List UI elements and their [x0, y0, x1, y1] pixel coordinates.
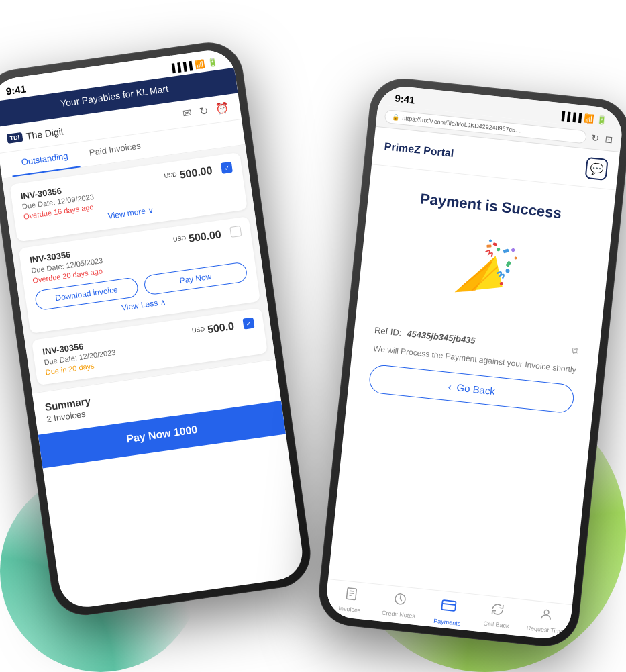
phone-right: 9:41 ▐▐▐▐ 📶 🔋 🔒 https://mxfy.com/file/fi… [315, 75, 626, 650]
celebration-svg [439, 231, 528, 320]
invoice-1-currency: USD [164, 171, 177, 179]
invoice-3-value: 500.0 [207, 320, 235, 336]
payments-nav-icon [439, 597, 458, 618]
callback-nav-icon [490, 602, 505, 620]
ref-label: Ref ID: [374, 325, 402, 338]
chat-icon[interactable]: 💬 [585, 157, 609, 181]
invoice-list: INV-30356 Due Date: 12/09/2023 Overdue 1… [2, 145, 275, 393]
battery-icon-r: 🔋 [596, 115, 607, 125]
nav-credit-notes[interactable]: Credit Notes [374, 590, 425, 623]
invoice-2-checkbox[interactable] [229, 226, 242, 238]
time-right: 9:41 [395, 92, 416, 105]
signal-icon-r: ▐▐▐▐ [558, 111, 582, 122]
invoice-2-amount: USD 500.00 [172, 228, 222, 247]
invoice-2-info: INV-30356 Due Date: 12/05/2023 Overdue 2… [29, 245, 105, 285]
clock-icon[interactable]: ⏰ [215, 101, 229, 116]
wifi-icon: 📶 [194, 58, 205, 69]
brand-logo: TDi The Digit [7, 126, 64, 144]
svg-rect-5 [492, 242, 497, 246]
svg-rect-4 [503, 249, 509, 254]
go-back-label: Go Back [456, 381, 496, 397]
copy-icon[interactable]: ⧉ [572, 345, 580, 357]
battery-icon: 🔋 [207, 57, 218, 68]
svg-point-11 [514, 256, 517, 259]
time-left: 9:41 [5, 83, 27, 97]
nav-payments-label: Payments [433, 618, 461, 627]
success-content: Payment is Success [328, 164, 616, 604]
phone-screen-left: 9:41 ▐▐▐▐ 📶 🔋 Your Payables for KL Mart … [0, 47, 306, 610]
sync-icon[interactable]: ↻ [199, 104, 209, 118]
phone-frame-left: 9:41 ▐▐▐▐ 📶 🔋 Your Payables for KL Mart … [0, 38, 315, 620]
phone-screen-right: 9:41 ▐▐▐▐ 📶 🔋 🔒 https://mxfy.com/file/fi… [324, 84, 624, 641]
nav-invoices[interactable]: Invoices [325, 585, 376, 618]
svg-line-20 [442, 604, 456, 605]
svg-rect-14 [346, 588, 356, 600]
svg-rect-8 [511, 248, 515, 252]
svg-point-21 [544, 610, 549, 614]
credit-notes-nav-icon [393, 591, 408, 610]
invoice-3-amount-area: USD 500.0 ✓ [191, 318, 255, 338]
phone-left: 9:41 ▐▐▐▐ 📶 🔋 Your Payables for KL Mart … [0, 38, 315, 620]
status-icons-right: ▐▐▐▐ 📶 🔋 [558, 111, 607, 125]
nav-invoices-label: Invoices [338, 605, 361, 614]
svg-rect-6 [505, 260, 511, 267]
invoice-1-amount-area: USD 500.00 ✓ [164, 162, 233, 183]
go-back-btn[interactable]: ‹ Go Back [368, 364, 575, 414]
invoices-nav-icon [344, 587, 359, 605]
signal-icon: ▐▐▐▐ [169, 60, 193, 73]
nav-request-time-label: Request Time [526, 624, 564, 635]
svg-point-9 [505, 269, 510, 273]
invoice-2-amount-area: USD 500.00 [172, 226, 242, 247]
request-time-nav-icon [539, 607, 554, 625]
invoice-3-currency: USD [191, 326, 205, 334]
brand-tdi-badge: TDi [7, 132, 23, 143]
lock-icon: 🔒 [392, 113, 400, 121]
nav-callback[interactable]: Call Back [471, 600, 523, 633]
email-icon[interactable]: ✉ [182, 107, 193, 121]
invoice-2-currency: USD [172, 234, 186, 243]
brand-action-icons: ✉ ↻ ⏰ [182, 101, 230, 121]
chevron-left-icon: ‹ [448, 381, 452, 392]
ref-value: 45435jb345jb435 [407, 328, 476, 346]
celebration-icon [439, 231, 528, 320]
wifi-icon-r: 📶 [584, 113, 594, 124]
nav-request-time[interactable]: Request Time [520, 605, 572, 638]
refresh-icon[interactable]: ↻ [591, 132, 601, 144]
nav-callback-label: Call Back [483, 620, 509, 630]
nav-payments[interactable]: Payments [422, 595, 474, 628]
invoice-3-info: INV-30356 Due Date: 12/20/2023 Due in 20… [42, 337, 117, 377]
svg-rect-19 [441, 600, 456, 611]
invoice-1-amount: USD 500.00 [164, 164, 213, 183]
bookmark-icon[interactable]: ⊡ [605, 134, 614, 146]
svg-point-10 [497, 248, 500, 251]
nav-credit-notes-label: Credit Notes [382, 610, 416, 620]
success-title: Payment is Success [381, 186, 601, 226]
svg-rect-7 [486, 244, 491, 247]
brand-name: The Digit [25, 126, 64, 142]
phone-frame-right: 9:41 ▐▐▐▐ 📶 🔋 🔒 https://mxfy.com/file/fi… [315, 75, 626, 650]
portal-name: PrimeZ Portal [384, 140, 454, 160]
scene: 9:41 ▐▐▐▐ 📶 🔋 Your Payables for KL Mart … [0, 0, 626, 672]
invoice-1-value: 500.00 [179, 164, 213, 181]
svg-line-15 [350, 591, 354, 591]
svg-point-12 [489, 239, 492, 242]
svg-line-16 [349, 593, 354, 593]
invoice-2-value: 500.00 [188, 228, 222, 245]
invoice-3-checkbox[interactable]: ✓ [242, 318, 254, 330]
invoice-3-amount: USD 500.0 [191, 320, 235, 338]
invoice-1-checkbox[interactable]: ✓ [221, 162, 233, 174]
browser-actions: ↻ ⊡ [591, 132, 613, 145]
